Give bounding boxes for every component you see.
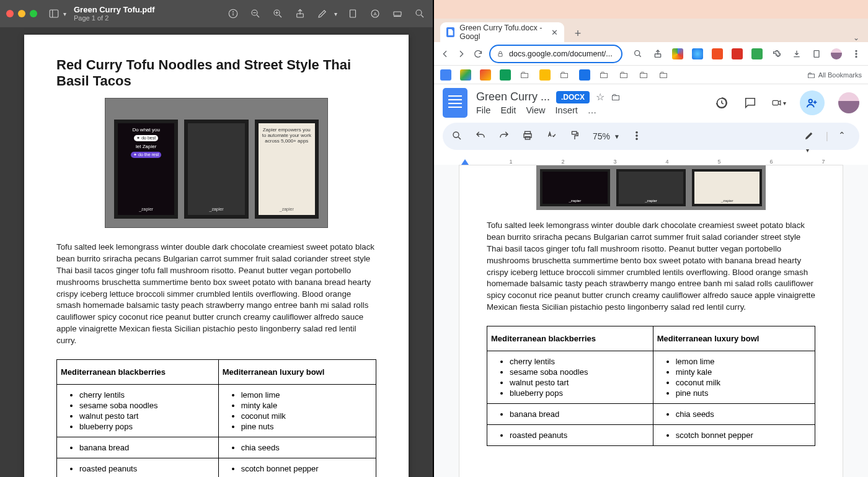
extension-icon[interactable] [751, 48, 763, 59]
bookmark-folder-icon[interactable]: 🗀 [559, 69, 570, 81]
account-avatar[interactable] [838, 92, 859, 113]
bookmark-folder-icon[interactable]: 🗀 [658, 69, 670, 81]
form-button[interactable] [391, 6, 404, 22]
zoom-select[interactable]: 75%▼ [593, 131, 620, 141]
spellcheck-button[interactable] [546, 130, 558, 142]
chrome-menu-button[interactable] [851, 48, 862, 59]
info-button[interactable] [226, 6, 240, 22]
gdocs-logo-icon[interactable] [443, 88, 467, 118]
indent-marker-icon[interactable] [461, 159, 469, 165]
bookmark-folder-icon[interactable]: 🗀 [639, 69, 650, 81]
star-button[interactable]: ☆ [596, 91, 604, 103]
redo-button[interactable] [498, 130, 511, 142]
move-button[interactable]: 🗀 [611, 92, 621, 103]
list-item[interactable]: blueberry pops [510, 388, 649, 398]
markup-dropdown-icon[interactable]: ▾ [334, 11, 337, 17]
reload-button[interactable] [473, 48, 483, 59]
comments-button[interactable] [743, 95, 758, 110]
sidebar-toggle-button[interactable] [46, 6, 62, 22]
extension-icon[interactable] [692, 48, 703, 59]
share-button[interactable] [293, 6, 307, 22]
gdocs-page[interactable]: _zapier _zapier _zapier Tofu salted leek… [459, 165, 843, 477]
tab-list-dropdown[interactable]: ⌄ [853, 33, 859, 42]
new-tab-button[interactable]: + [569, 25, 587, 42]
zoom-out-button[interactable] [249, 6, 262, 22]
collapse-toolbar-button[interactable]: ⌃ [838, 130, 851, 142]
menu-file[interactable]: File [476, 105, 490, 115]
back-button[interactable] [440, 48, 450, 59]
ruler[interactable]: 1 2 3 4 5 6 7 [443, 152, 859, 165]
bookmark-icon[interactable] [440, 69, 451, 81]
document-paragraph[interactable]: Tofu salted leek lemongrass winter doubl… [487, 220, 815, 313]
table-row[interactable]: banana bread chia seeds [487, 404, 815, 425]
downloads-button[interactable] [791, 48, 802, 59]
toolbar-more-button[interactable] [631, 130, 644, 142]
extension-icon[interactable] [672, 48, 683, 59]
search-button[interactable] [413, 6, 427, 22]
menu-edit[interactable]: Edit [500, 105, 516, 115]
toolbar-search-button[interactable] [451, 130, 464, 142]
extension-icon[interactable] [732, 48, 743, 59]
history-button[interactable] [714, 95, 729, 110]
undo-button[interactable] [475, 130, 487, 142]
list-item[interactable]: chia seeds [676, 409, 811, 419]
minimize-window-button[interactable] [18, 10, 25, 17]
highlight-button[interactable]: A [368, 6, 382, 22]
bookmark-icon[interactable] [500, 69, 511, 81]
svg-point-25 [856, 50, 857, 51]
list-item[interactable]: coconut milk [676, 377, 811, 388]
bookmark-icon[interactable] [579, 69, 590, 81]
editing-mode-button[interactable]: ▾ [804, 130, 816, 142]
extensions-button[interactable] [771, 48, 782, 59]
browser-tab[interactable]: Green Curry Tofu.docx - Googl ✕ [440, 22, 564, 42]
table-header[interactable]: Mediterranean luxury bowl [653, 326, 815, 351]
bookmark-folder-icon[interactable]: 🗀 [599, 69, 610, 81]
extension-icon[interactable] [712, 48, 723, 59]
menu-insert[interactable]: Insert [556, 105, 578, 115]
bookmark-icon[interactable] [539, 69, 551, 81]
list-item[interactable]: pine nuts [676, 388, 811, 398]
share-button[interactable] [800, 90, 825, 115]
ruler-mark: 5 [717, 159, 720, 165]
zoom-indicator-icon[interactable] [632, 48, 644, 59]
rotate-button[interactable] [346, 6, 360, 22]
table-row[interactable]: roasted peanuts scotch bonnet pepper [487, 425, 815, 446]
svg-point-38 [636, 135, 637, 136]
forward-button[interactable] [456, 48, 466, 59]
close-tab-button[interactable]: ✕ [551, 28, 558, 37]
address-bar[interactable]: docs.google.com/document/... [489, 45, 622, 63]
list-item[interactable]: cherry lentils [510, 356, 649, 367]
menu-more[interactable]: … [588, 105, 597, 115]
sidebar-dropdown-icon[interactable]: ▾ [63, 11, 66, 17]
share-page-button[interactable] [652, 48, 663, 59]
bookmark-icon[interactable] [460, 69, 471, 81]
list-item[interactable]: walnut pesto tart [510, 377, 649, 388]
reading-list-button[interactable] [811, 48, 822, 59]
all-bookmarks-button[interactable]: 🗀All Bookmarks [807, 70, 862, 80]
bookmark-icon[interactable] [480, 69, 491, 81]
list-item[interactable]: scotch bonnet pepper [676, 430, 811, 440]
list-item[interactable]: lemon lime [676, 356, 811, 367]
table-header[interactable]: Mediterranean blackberries [487, 326, 653, 351]
table-row: cherry lentils sesame soba noodles walnu… [57, 384, 376, 437]
menu-view[interactable]: View [526, 105, 545, 115]
meet-button[interactable]: ▾ [771, 95, 786, 110]
list-item[interactable]: minty kale [676, 367, 811, 377]
© [interactable]: cherry lentils sesame soba noodles walnu… [487, 351, 815, 404]
list-item[interactable]: banana bread [510, 409, 649, 419]
format-paint-button[interactable] [569, 130, 582, 142]
markup-button[interactable] [316, 6, 329, 22]
zoom-in-button[interactable] [271, 6, 285, 22]
close-window-button[interactable] [6, 10, 14, 17]
bookmark-folder-icon[interactable]: 🗀 [520, 69, 531, 81]
profile-avatar-button[interactable] [831, 48, 842, 59]
gdocs-document-title[interactable]: Green Curry ... [476, 90, 550, 103]
pdf-viewport[interactable]: Red Curry Tofu Noodles and Street Style … [0, 27, 433, 477]
zoom-window-button[interactable] [30, 10, 37, 17]
recipe-table[interactable]: Mediterranean blackberries Mediterranean… [487, 326, 815, 446]
list-item[interactable]: roasted peanuts [510, 430, 649, 440]
list-item[interactable]: sesame soba noodles [510, 367, 649, 377]
gdocs-viewport[interactable]: _zapier _zapier _zapier Tofu salted leek… [434, 165, 868, 477]
print-button[interactable] [522, 130, 534, 142]
bookmark-folder-icon[interactable]: 🗀 [619, 69, 630, 81]
